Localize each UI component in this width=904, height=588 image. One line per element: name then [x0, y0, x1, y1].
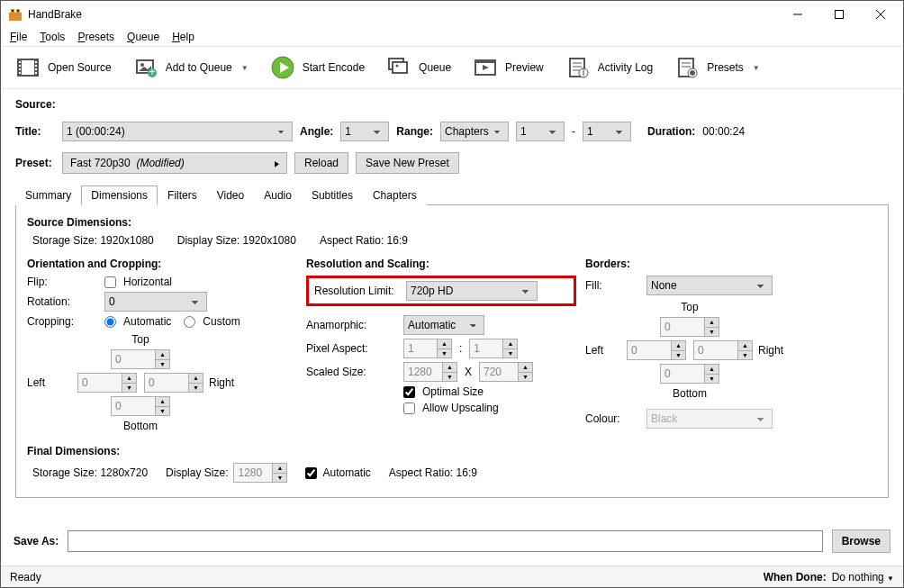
svg-rect-18	[35, 68, 37, 70]
tab-dimensions[interactable]: Dimensions	[81, 185, 158, 205]
when-done-dropdown[interactable]: Do nothing ▼	[832, 571, 894, 583]
resolution-limit-select[interactable]: 720p HD	[406, 281, 538, 301]
crop-right-label: Right	[209, 376, 234, 389]
optimal-size-checkbox[interactable]	[403, 386, 415, 398]
source-dimensions-head: Source Dimensions:	[27, 216, 877, 229]
title-select[interactable]: 1 (00:00:24)	[62, 122, 293, 141]
film-icon	[15, 55, 41, 80]
border-top-spinner[interactable]: ▲▼	[660, 317, 719, 337]
tab-bar: Summary Dimensions Filters Video Audio S…	[15, 185, 889, 205]
when-done-label: When Done:	[764, 571, 827, 583]
range-sep: -	[572, 125, 575, 138]
display-size-text: Display Size: 1920x1080	[177, 234, 296, 247]
tab-audio[interactable]: Audio	[254, 185, 302, 205]
add-queue-button[interactable]: + Add to Queue ▼	[126, 51, 256, 84]
minimize-button[interactable]	[777, 1, 818, 28]
maximize-button[interactable]	[818, 1, 860, 28]
range-type-select[interactable]: Chapters	[440, 122, 509, 141]
menubar: File Tools Presets Queue Help	[1, 28, 903, 46]
activity-log-button[interactable]: i Activity Log	[558, 51, 660, 84]
svg-rect-16	[35, 61, 37, 63]
preview-button[interactable]: Preview	[466, 51, 551, 84]
menu-tools[interactable]: Tools	[34, 29, 70, 45]
final-aspect-text: Aspect Ratio: 16:9	[389, 466, 477, 479]
menu-presets[interactable]: Presets	[72, 29, 120, 45]
pixel-aspect-a[interactable]: ▲▼	[403, 339, 452, 358]
reload-button[interactable]: Reload	[294, 152, 348, 174]
scaled-h-spinner[interactable]: ▲▼	[479, 362, 533, 382]
save-as-row: Save As: Browse	[1, 524, 903, 558]
colour-select[interactable]: Black	[646, 409, 773, 429]
presets-icon	[674, 55, 700, 80]
range-from-select[interactable]: 1	[516, 122, 565, 141]
fill-label: Fill:	[585, 279, 639, 292]
final-dimensions-head: Final Dimensions:	[27, 445, 877, 457]
menu-help[interactable]: Help	[167, 29, 200, 45]
pixel-aspect-b[interactable]: ▲▼	[469, 339, 518, 358]
storage-size-text: Storage Size: 1920x1080	[32, 234, 154, 247]
final-auto-label: Automatic	[322, 466, 370, 479]
activity-label: Activity Log	[598, 61, 653, 74]
chevron-down-icon: ▼	[241, 64, 249, 72]
add-queue-label: Add to Queue	[166, 61, 232, 74]
border-bottom-label: Bottom	[673, 387, 707, 400]
border-top-label: Top	[681, 301, 698, 313]
tab-video[interactable]: Video	[207, 185, 254, 205]
allow-upscaling-checkbox[interactable]	[403, 403, 415, 414]
crop-bottom-spinner[interactable]: ▲▼	[111, 396, 170, 416]
border-left-spinner[interactable]: ▲▼	[627, 340, 686, 360]
final-display-group: Display Size: ▲▼	[166, 463, 287, 483]
fill-select[interactable]: None	[646, 276, 773, 295]
preset-selector[interactable]: Fast 720p30 (Modified) ▸	[62, 152, 287, 174]
tab-summary[interactable]: Summary	[15, 185, 81, 205]
range-to-select[interactable]: 1	[583, 122, 631, 141]
svg-rect-13	[19, 65, 21, 67]
cropping-automatic-radio[interactable]	[104, 316, 116, 328]
svg-point-21	[140, 63, 144, 67]
tab-filters[interactable]: Filters	[158, 185, 207, 205]
start-encode-button[interactable]: Start Encode	[263, 51, 372, 84]
final-automatic-checkbox[interactable]	[305, 467, 317, 479]
allow-up-label: Allow Upscaling	[422, 402, 499, 414]
svg-rect-31	[475, 60, 495, 63]
open-source-button[interactable]: Open Source	[8, 51, 119, 84]
rotation-label: Rotation:	[27, 295, 97, 308]
crop-left-spinner[interactable]: ▲▼	[77, 373, 137, 393]
crop-right-spinner[interactable]: ▲▼	[144, 373, 203, 393]
horizontal-label: Horizontal	[123, 276, 172, 288]
tab-chapters[interactable]: Chapters	[363, 185, 427, 205]
crop-top-spinner[interactable]: ▲▼	[111, 349, 170, 369]
aspect-ratio-text: Aspect Ratio: 16:9	[320, 234, 408, 247]
browse-button[interactable]: Browse	[832, 529, 890, 553]
svg-rect-0	[9, 13, 22, 21]
svg-rect-6	[836, 11, 844, 19]
queue-button[interactable]: Queue	[379, 51, 458, 84]
save-as-label: Save As:	[14, 535, 59, 547]
rotation-select[interactable]: 0	[104, 292, 207, 312]
scaled-w-spinner[interactable]: ▲▼	[403, 362, 457, 382]
menu-queue[interactable]: Queue	[122, 29, 165, 45]
source-label: Source:	[15, 98, 56, 111]
svg-rect-27	[393, 62, 407, 73]
final-display-spinner[interactable]: ▲▼	[233, 463, 287, 483]
resolution-head: Resolution and Scaling:	[306, 258, 576, 270]
cropping-custom-radio[interactable]	[184, 316, 195, 328]
chevron-down-icon: ▼	[753, 64, 760, 72]
presets-button[interactable]: Presets ▼	[667, 51, 767, 84]
anamorphic-select[interactable]: Automatic	[403, 315, 484, 335]
svg-text:+: +	[149, 66, 155, 78]
preview-label: Preview	[505, 61, 544, 74]
optimal-label: Optimal Size	[422, 385, 484, 398]
border-bottom-spinner[interactable]: ▲▼	[660, 364, 719, 384]
flip-horizontal-checkbox[interactable]	[104, 276, 116, 288]
close-button[interactable]	[860, 1, 901, 28]
angle-select[interactable]: 1	[340, 122, 389, 141]
image-plus-icon: +	[133, 55, 158, 80]
presets-label: Presets	[707, 61, 744, 74]
border-right-spinner[interactable]: ▲▼	[693, 340, 753, 360]
save-as-input[interactable]	[68, 530, 822, 552]
tab-subtitles[interactable]: Subtitles	[302, 185, 363, 205]
svg-rect-19	[35, 72, 37, 74]
save-new-preset-button[interactable]: Save New Preset	[356, 152, 459, 174]
menu-file[interactable]: File	[5, 29, 32, 45]
